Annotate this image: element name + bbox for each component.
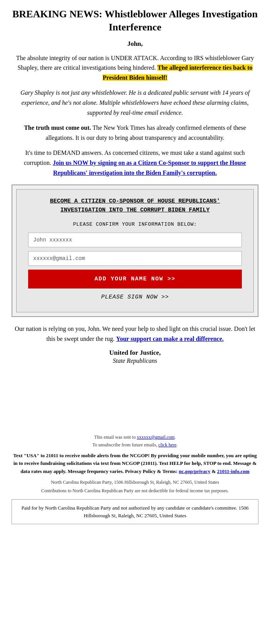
sent-to-email[interactable]: xxxxxx@gmail.com: [137, 434, 175, 440]
sent-to-label: This email was sent to: [94, 434, 137, 440]
footer: This email was sent to xxxxxx@gmail.com.…: [0, 430, 270, 528]
unsubscribe-label: To unsubscribe from future emails,: [92, 442, 158, 448]
headline-red: BREAKING NEWS:: [12, 8, 102, 20]
para3-bold: The truth must come out.: [24, 124, 91, 131]
salutation: John,: [12, 40, 258, 48]
footer-sms: Text "USA" to 21011 to receive mobile al…: [12, 452, 258, 476]
para-2: Gary Shapley is not just any whistleblow…: [12, 88, 258, 117]
form-title: BECOME A CITIZEN CO-SPONSOR OF HOUSE REP…: [28, 197, 242, 215]
closing-para: Our nation is relying on you, John. We n…: [12, 324, 258, 344]
paid-for-box: Paid for by North Carolina Republican Pa…: [12, 499, 258, 524]
closing-link[interactable]: Your support can make a real difference.: [116, 335, 224, 342]
unsubscribe-link[interactable]: click here: [159, 442, 177, 448]
please-sign-text: PLEASE SIGN NOW >>: [28, 294, 242, 300]
page-headline: BREAKING NEWS: Whistleblower Alleges Inv…: [12, 8, 258, 34]
form-outer-box: BECOME A CITIZEN CO-SPONSOR OF HOUSE REP…: [12, 184, 258, 317]
footer-address: North Carolina Republican Party, 1506 Hi…: [12, 479, 258, 486]
email-input[interactable]: [28, 251, 242, 266]
submit-button[interactable]: ADD YOUR NAME NOW >>: [28, 270, 242, 288]
sign-off-italic: State Republicans: [12, 357, 258, 364]
sign-off: United for Justice,: [12, 349, 258, 357]
headline-black: Whistleblower Alleges Investigation Inte…: [102, 8, 258, 33]
footer-email-line: This email was sent to xxxxxx@gmail.com.…: [12, 434, 258, 448]
privacy-link[interactable]: nc.gop/privacy: [179, 468, 210, 474]
cta-link[interactable]: Join us NOW by signing on as a Citizen C…: [53, 159, 246, 176]
terms-link[interactable]: 21011-info.com: [217, 468, 250, 474]
footer-tax: Contributions to North Carolina Republic…: [12, 488, 258, 494]
para-1: The absolute integrity of our nation is …: [12, 53, 258, 83]
name-input[interactable]: [28, 233, 242, 247]
form-inner-box: BECOME A CITIZEN CO-SPONSOR OF HOUSE REP…: [16, 189, 254, 312]
para-3: The truth must come out. The New York Ti…: [12, 123, 258, 143]
form-subtitle: PLEASE CONFIRM YOUR INFORMATION BELOW:: [28, 221, 242, 227]
spacer: [12, 376, 258, 422]
para-4: It's time to DEMAND answers. As concerne…: [12, 148, 258, 178]
footer-and: &: [212, 468, 217, 474]
